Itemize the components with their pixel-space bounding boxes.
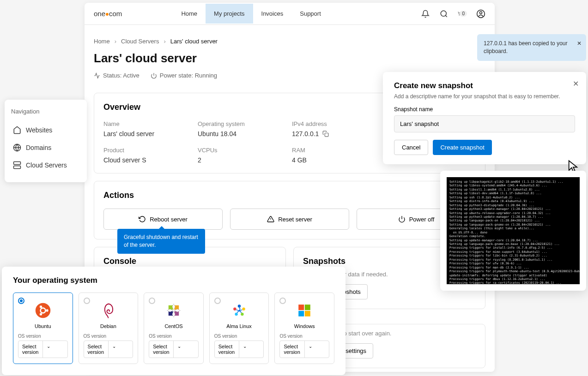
rotate-icon — [139, 215, 146, 223]
status-active: Status: Active — [94, 72, 139, 79]
svg-point-19 — [46, 309, 48, 311]
os-version-select[interactable]: Select version⌄ — [214, 340, 264, 358]
close-icon[interactable]: ✕ — [573, 79, 579, 88]
os-name: Alma Linux — [214, 323, 264, 329]
os-option-debian[interactable]: Debian OS version Select version⌄ — [79, 292, 139, 364]
chevron-down-icon: ⌄ — [173, 341, 198, 358]
svg-rect-31 — [298, 304, 304, 310]
breadcrumb-home[interactable]: Home — [94, 38, 110, 45]
svg-line-1 — [445, 15, 447, 17]
value-product: Cloud server S — [103, 156, 193, 164]
os-name: Debian — [84, 323, 133, 329]
modal-desc: Add a descriptive name for your snapshot… — [394, 93, 575, 100]
label-product: Product — [103, 147, 193, 154]
os-version-select[interactable]: Select version⌄ — [18, 340, 68, 358]
svg-rect-24 — [169, 311, 173, 316]
svg-point-26 — [237, 304, 240, 307]
svg-rect-34 — [305, 311, 310, 316]
svg-rect-22 — [169, 305, 173, 310]
svg-point-28 — [241, 313, 243, 316]
os-option-windows[interactable]: Windows OS version Select version⌄ — [274, 292, 334, 364]
console-title: Console — [103, 257, 276, 266]
chevron-down-icon: ⌄ — [239, 341, 263, 358]
alert-triangle-icon — [267, 215, 274, 223]
search-icon[interactable] — [439, 9, 449, 18]
cancel-button[interactable]: Cancel — [394, 140, 428, 155]
label-ip: IPv4 address — [292, 120, 382, 127]
modal-title: Create new snapshot — [394, 81, 575, 90]
os-name: Windows — [279, 323, 329, 329]
label-ram: RAM — [292, 147, 382, 154]
label-os: Operating system — [198, 120, 287, 127]
label-vcpu: VCPUs — [198, 147, 287, 154]
svg-point-0 — [441, 11, 446, 16]
radio-icon — [18, 298, 24, 304]
breadcrumb: Home › Cloud Servers › Lars' cloud serve… — [94, 38, 485, 45]
cart-count: 0 — [460, 11, 467, 17]
reset-button[interactable]: Reset server — [230, 209, 349, 230]
snapshot-name-label: Snapshot name — [394, 106, 575, 113]
terminal-output[interactable]: Setting up libpackagekit-glib2-18:amd64 … — [447, 177, 580, 284]
os-option-alma-linux[interactable]: Alma Linux OS version Select version⌄ — [209, 292, 269, 364]
page-title: Lars' cloud server — [94, 51, 485, 66]
nav-invoices[interactable]: Invoices — [253, 4, 292, 24]
os-version-select[interactable]: Select version⌄ — [149, 340, 199, 358]
os-version-label: OS version — [84, 334, 133, 339]
power-icon — [151, 72, 157, 79]
nav-home[interactable]: Home — [173, 4, 206, 24]
navigation-sidebar: Navigation Websites Domains Cloud Server… — [5, 100, 87, 182]
os-name: Ubuntu — [18, 323, 68, 329]
sidebar-item-websites[interactable]: Websites — [11, 121, 80, 139]
clipboard-toast: 127.0.0.1 has been copied to your clipbo… — [477, 34, 586, 61]
logo[interactable]: onecom — [94, 10, 122, 18]
debian-icon — [84, 301, 133, 320]
os-version-label: OS version — [149, 334, 199, 339]
close-icon[interactable]: ✕ — [577, 40, 582, 48]
notifications-icon[interactable] — [421, 9, 430, 18]
sidebar-item-domains[interactable]: Domains — [11, 139, 80, 156]
svg-point-5 — [480, 12, 482, 14]
radio-icon — [214, 298, 221, 304]
label-name: Name — [103, 120, 193, 127]
windows-icon — [279, 301, 329, 320]
chevron-down-icon: ⌄ — [42, 341, 67, 358]
home-icon — [13, 126, 21, 134]
svg-rect-13 — [14, 162, 21, 165]
svg-point-2 — [459, 15, 460, 15]
sidebar-item-cloud-servers[interactable]: Cloud Servers — [11, 156, 80, 174]
topbar: onecom Home My projects Invoices Support… — [85, 3, 495, 25]
chevron-down-icon: ⌄ — [304, 341, 329, 358]
breadcrumb-cloud-servers[interactable]: Cloud Servers — [121, 38, 159, 45]
svg-point-29 — [235, 313, 237, 316]
snapshot-name-input[interactable] — [394, 115, 575, 132]
os-selector-title: Your operating system — [13, 276, 334, 285]
nav-my-projects[interactable]: My projects — [206, 4, 253, 24]
os-version-label: OS version — [214, 334, 264, 339]
account-icon[interactable] — [476, 9, 485, 18]
value-os: Ubuntu 18.04 — [198, 130, 287, 137]
actions-card: Actions Reboot server Reset server Power… — [94, 181, 485, 239]
power-icon — [398, 215, 406, 223]
value-vcpu: 2 — [198, 156, 287, 164]
create-snapshot-button[interactable]: Create snapshot — [433, 140, 491, 155]
svg-point-21 — [40, 313, 42, 315]
copy-icon[interactable] — [322, 131, 329, 137]
os-option-centos[interactable]: CentOS OS version Select version⌄ — [144, 292, 204, 364]
os-version-label: OS version — [18, 334, 68, 339]
os-option-ubuntu[interactable]: Ubuntu OS version Select version⌄ — [13, 292, 73, 364]
activity-icon — [94, 72, 100, 79]
svg-point-30 — [233, 308, 236, 310]
sidebar-title: Navigation — [11, 108, 80, 115]
os-version-select[interactable]: Select version⌄ — [279, 340, 329, 358]
nav-support[interactable]: Support — [291, 4, 329, 24]
os-selector-card: Your operating system Ubuntu OS version … — [2, 267, 346, 375]
value-ram: 4 GB — [292, 156, 382, 164]
chevron-right-icon: › — [164, 38, 165, 45]
value-ip: 127.0.0.1 — [292, 130, 382, 137]
cart-icon[interactable]: 0 — [458, 9, 467, 18]
radio-icon — [84, 298, 90, 304]
svg-rect-25 — [175, 311, 179, 316]
os-version-select[interactable]: Select version⌄ — [84, 340, 133, 358]
chevron-right-icon: › — [115, 38, 116, 45]
ubuntu-icon — [18, 301, 68, 320]
